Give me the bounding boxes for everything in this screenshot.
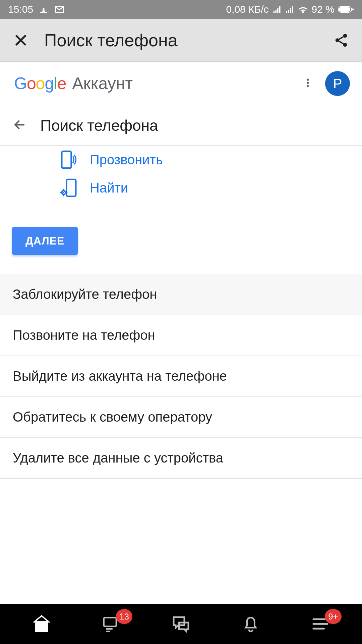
option-sign-out[interactable]: Выйдите из аккаунта на телефоне (0, 356, 362, 397)
svg-rect-4 (352, 8, 354, 10)
ring-action[interactable]: Прозвонить (0, 146, 362, 174)
app-bar: Поиск телефона (0, 19, 362, 62)
nav-notifications[interactable] (236, 610, 266, 637)
svg-rect-16 (37, 625, 46, 626)
svg-rect-12 (66, 179, 76, 196)
wifi-icon (298, 4, 308, 15)
app-bar-title: Поиск телефона (44, 30, 318, 50)
sub-header-title: Поиск телефона (40, 116, 158, 135)
back-button[interactable] (12, 117, 27, 133)
battery-icon (338, 5, 354, 13)
next-button[interactable]: ДАЛЕЕ (12, 227, 78, 255)
account-avatar[interactable]: P (325, 71, 350, 96)
bottom-nav: 13 9+ (0, 604, 362, 644)
nav-messages[interactable]: 13 (96, 610, 126, 637)
svg-rect-3 (339, 7, 350, 12)
svg-rect-0 (40, 12, 47, 13)
google-account-header: Google Аккаунт P (0, 62, 362, 105)
more-options-button[interactable] (302, 75, 313, 92)
status-data-rate: 0,08 КБ/с (226, 4, 268, 15)
svg-point-5 (343, 34, 347, 38)
option-contact-carrier[interactable]: Обратитесь к своему оператору (0, 397, 362, 438)
missed-call-icon (39, 4, 49, 14)
share-button[interactable] (331, 30, 351, 50)
signal-icon-2 (285, 5, 294, 14)
status-time: 15:05 (8, 4, 33, 15)
signal-icon (272, 5, 282, 14)
svg-rect-11 (62, 151, 71, 168)
nav-chat[interactable] (166, 610, 196, 637)
svg-point-14 (63, 192, 64, 193)
option-lock-phone[interactable]: Заблокируйте телефон (0, 274, 362, 315)
svg-rect-17 (37, 627, 46, 629)
svg-rect-18 (104, 618, 117, 626)
status-bar: 15:05 0,08 КБ/с 92 % (0, 0, 362, 19)
locate-action[interactable]: Найти (0, 174, 362, 202)
option-call-phone[interactable]: Позвоните на телефон (0, 315, 362, 356)
content-area: Прозвонить Найти ДАЛЕЕ Заблокируйте теле… (0, 146, 362, 479)
page-sub-header: Поиск телефона (0, 105, 362, 146)
svg-point-7 (343, 43, 347, 47)
nav-home[interactable] (26, 610, 57, 637)
nav-menu-badge: 9+ (325, 609, 342, 624)
phone-ring-icon (59, 150, 78, 169)
svg-point-10 (307, 85, 309, 87)
nav-messages-badge: 13 (116, 609, 132, 624)
status-battery-pct: 92 % (312, 4, 335, 15)
locate-icon (59, 178, 78, 197)
options-list: Заблокируйте телефон Позвоните на телефо… (0, 274, 362, 479)
locate-label: Найти (90, 180, 128, 196)
svg-point-8 (307, 78, 309, 80)
mail-icon (54, 4, 65, 15)
ring-label: Прозвонить (90, 152, 163, 167)
nav-menu[interactable]: 9+ (305, 610, 336, 637)
close-button[interactable] (11, 30, 31, 50)
option-erase-device[interactable]: Удалите все данные с устройства (0, 438, 362, 479)
svg-point-9 (307, 82, 309, 84)
svg-point-6 (336, 38, 340, 42)
account-label: Аккаунт (72, 74, 133, 93)
google-logo: Google (14, 74, 66, 93)
